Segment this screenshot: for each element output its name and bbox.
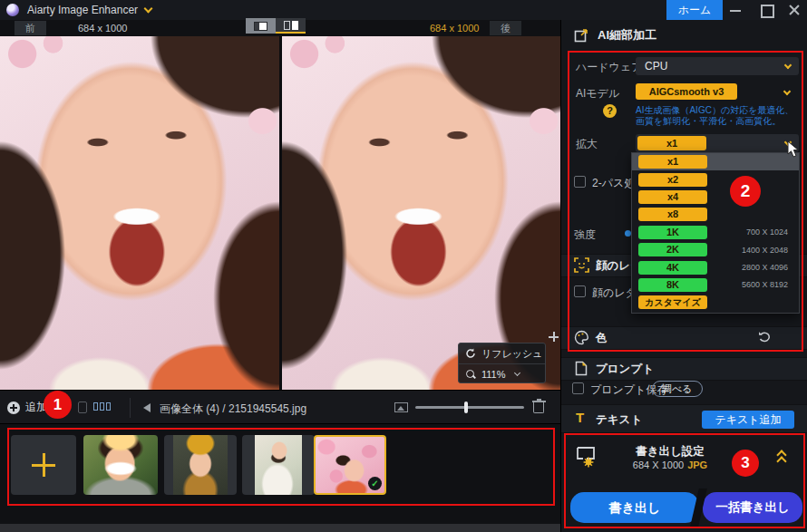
export-settings-title: 書き出し設定 bbox=[607, 444, 734, 459]
before-size-label: 684 x 1000 bbox=[78, 23, 127, 34]
title-menu-chevron-icon[interactable] bbox=[144, 4, 153, 13]
thumbnail-girl-white-dress[interactable] bbox=[242, 435, 315, 495]
export-format-value: JPG bbox=[687, 459, 707, 470]
selected-check-icon: ✓ bbox=[368, 477, 382, 490]
two-pass-checkbox[interactable] bbox=[574, 176, 586, 188]
scale-option-x2[interactable]: x2 bbox=[632, 170, 799, 188]
scale-option-x1[interactable]: x1 bbox=[632, 153, 799, 170]
face-retouch-checkbox[interactable] bbox=[574, 285, 586, 297]
add-plus-icon bbox=[7, 401, 20, 414]
scale-option-8k[interactable]: 8K5600 X 8192 bbox=[632, 276, 799, 294]
obscured-button-fragment bbox=[78, 401, 87, 413]
export-settings-icon[interactable] bbox=[576, 446, 599, 468]
help-icon[interactable]: ? bbox=[603, 104, 617, 118]
scale-option-x4[interactable]: x4 bbox=[632, 189, 799, 206]
strength-slider[interactable] bbox=[625, 230, 631, 237]
home-button[interactable]: ホーム bbox=[666, 0, 723, 20]
before-image[interactable] bbox=[0, 36, 279, 390]
export-button[interactable]: 書き出し bbox=[570, 492, 699, 523]
scale-option-4k[interactable]: 4K2800 X 4096 bbox=[632, 258, 799, 276]
add-text-button[interactable]: テキスト追加 bbox=[702, 411, 794, 429]
scale-option-custom[interactable]: カスタマイズ bbox=[632, 294, 799, 311]
export-size-value: 684 X 1000 bbox=[633, 459, 684, 470]
scale-option-2k[interactable]: 2K1400 X 2048 bbox=[632, 241, 799, 258]
strength-label: 強度 bbox=[574, 227, 596, 243]
maximize-button[interactable] bbox=[754, 0, 779, 20]
filmstrip-view-icon[interactable] bbox=[93, 402, 111, 411]
batch-export-button[interactable]: 一括書き出し bbox=[703, 492, 802, 523]
zoom-value: 111% bbox=[481, 369, 506, 380]
export-size-row: 684 X 1000JPG bbox=[607, 459, 734, 470]
model-hint-line2: 画質を鮮明化・平滑化・高画質化。 bbox=[636, 115, 781, 128]
prompt-save-checkbox[interactable] bbox=[572, 382, 584, 394]
after-image[interactable] bbox=[282, 36, 560, 390]
annotation-badge-1: 1 bbox=[44, 391, 72, 419]
minimize-button[interactable] bbox=[723, 0, 748, 20]
face-retouch-icon bbox=[574, 257, 589, 273]
app-logo-icon bbox=[6, 4, 19, 16]
hardware-chevron-icon bbox=[784, 62, 792, 69]
scale-value-badge: x1 bbox=[637, 136, 706, 150]
scale-option-1k[interactable]: 1K700 X 1024 bbox=[632, 224, 799, 241]
model-chevron-icon[interactable] bbox=[783, 88, 791, 95]
thumbnail-girl-blossoms-selected[interactable]: ✓ bbox=[314, 435, 386, 495]
scale-select[interactable]: x1 bbox=[636, 134, 799, 152]
hardware-select[interactable]: CPU bbox=[636, 57, 799, 75]
refresh-row[interactable]: リフレッシュ bbox=[459, 343, 545, 363]
scale-dropdown-menu: x1 x2 x4 x8 1K700 X 1024 2K1400 X 2048 4… bbox=[631, 152, 800, 314]
side-by-side-view-icon bbox=[284, 21, 298, 30]
zoom-row[interactable]: 111% bbox=[459, 363, 545, 383]
lookup-button[interactable]: 調べる bbox=[652, 381, 703, 397]
annotation-badge-3: 3 bbox=[732, 450, 759, 477]
mouse-cursor bbox=[787, 140, 801, 159]
before-label: 前 bbox=[15, 21, 46, 35]
scale-label: 拡大 bbox=[576, 137, 598, 152]
delete-icon[interactable] bbox=[533, 400, 545, 413]
color-palette-icon bbox=[574, 330, 589, 345]
add-button[interactable]: 追加 bbox=[7, 400, 47, 415]
text-header: テキスト bbox=[596, 412, 642, 428]
thumbnail-photo bbox=[173, 435, 228, 495]
magnifier-icon bbox=[465, 369, 476, 380]
thumbnail-boy-sunlight[interactable] bbox=[83, 435, 158, 495]
close-button[interactable] bbox=[782, 0, 807, 20]
model-label: AIモデル bbox=[576, 86, 619, 102]
hardware-value: CPU bbox=[645, 60, 667, 73]
prompt-header: プロンプト bbox=[596, 362, 654, 377]
refresh-icon bbox=[465, 348, 476, 359]
scale-option-x8[interactable]: x8 bbox=[632, 206, 799, 223]
thumbnail-photo bbox=[255, 435, 302, 495]
slider-handle[interactable] bbox=[464, 401, 468, 413]
thumbnail-size-icon bbox=[394, 402, 408, 412]
thumbnail-size-slider[interactable] bbox=[415, 406, 524, 409]
split-view-icon bbox=[254, 22, 267, 31]
bottom-toolbar: 追加 画像全体 (4) / 2151945545.jpg bbox=[0, 390, 560, 424]
thumbnail-girl-yellow-hat[interactable] bbox=[164, 435, 237, 495]
collapse-chevrons-icon[interactable] bbox=[776, 450, 789, 465]
refresh-label: リフレッシュ bbox=[481, 347, 543, 361]
hardware-label: ハードウェア bbox=[576, 60, 642, 75]
panel-title: AI細部加工 bbox=[598, 27, 656, 44]
annotation-badge-2: 2 bbox=[730, 176, 761, 207]
app-window: Aiarty Image Enhancer ホーム 前 684 x 1000 6… bbox=[0, 0, 807, 532]
view-mode-toggle bbox=[246, 18, 306, 34]
add-image-tile[interactable] bbox=[11, 435, 76, 495]
thumbnail-strip: ✓ bbox=[0, 424, 560, 524]
side-by-side-view-button[interactable] bbox=[276, 18, 306, 34]
back-arrow-icon[interactable] bbox=[143, 403, 151, 412]
model-value-badge[interactable]: AIGCsmooth v3 bbox=[636, 83, 737, 100]
detail-enhance-icon bbox=[574, 28, 588, 43]
app-title: Aiarty Image Enhancer bbox=[27, 4, 138, 16]
text-t-icon: T bbox=[576, 410, 584, 425]
image-path-label: 画像全体 (4) / 2151945545.jpg bbox=[160, 401, 306, 417]
color-header: 色 bbox=[596, 331, 608, 346]
settings-sidebar: AI細部加工 ハードウェア CPU AIモデル AIGCsmooth v3 ? … bbox=[560, 20, 807, 532]
undo-icon[interactable] bbox=[758, 331, 771, 343]
zoom-chevron-icon bbox=[513, 370, 520, 376]
after-label: 後 bbox=[490, 21, 521, 35]
after-size-label: 684 x 1000 bbox=[430, 23, 479, 34]
toolbar-divider bbox=[130, 398, 131, 418]
prompt-doc-icon bbox=[575, 361, 588, 376]
bottom-strip bbox=[0, 524, 560, 532]
split-view-button[interactable] bbox=[246, 18, 276, 34]
